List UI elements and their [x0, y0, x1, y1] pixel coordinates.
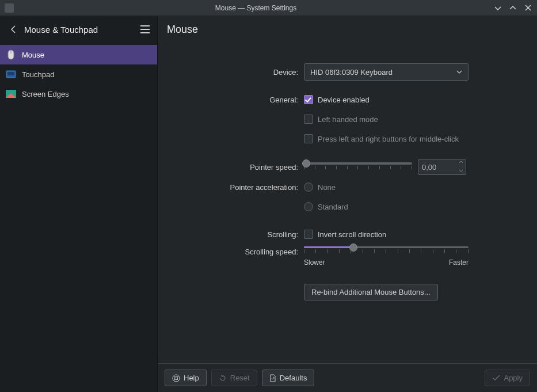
accel-none-label: None — [318, 183, 336, 192]
invert-scroll-label: Invert scroll direction — [318, 230, 386, 239]
screen-edges-icon — [6, 89, 16, 99]
main-header: Mouse — [158, 16, 537, 43]
chevron-down-icon — [456, 70, 462, 74]
hamburger-button[interactable] — [140, 25, 150, 33]
pointer-accel-label: Pointer acceleration: — [169, 183, 304, 192]
svg-point-5 — [173, 375, 180, 382]
defaults-label: Defaults — [280, 374, 307, 382]
scrolling-speed-slider[interactable]: Slower Faster — [304, 246, 469, 267]
maximize-icon[interactable] — [508, 3, 517, 13]
titlebar: Mouse — System Settings — [0, 0, 537, 16]
faster-label: Faster — [449, 258, 469, 267]
sidebar-list: Mouse Touchpad Screen Edges — [0, 43, 157, 392]
check-icon — [492, 375, 500, 381]
svg-point-6 — [175, 376, 178, 379]
defaults-button[interactable]: Defaults — [262, 370, 315, 386]
touchpad-icon — [6, 69, 16, 79]
apply-button: Apply — [485, 370, 530, 386]
footer: Help Reset Defaults Apply — [158, 363, 537, 392]
rebind-buttons-button[interactable]: Re-bind Additional Mouse Buttons... — [304, 284, 438, 300]
sidebar-item-touchpad[interactable]: Touchpad — [0, 64, 157, 84]
window-controls — [493, 3, 532, 13]
rebind-label: Re-bind Additional Mouse Buttons... — [311, 288, 431, 296]
svg-rect-3 — [7, 72, 14, 75]
scrolling-label: Scrolling: — [169, 230, 304, 239]
left-handed-label: Left handed mode — [318, 115, 378, 124]
help-icon — [172, 374, 180, 382]
sidebar: Mouse & Touchpad Mouse Touchpad Screen E… — [0, 16, 158, 392]
apply-label: Apply — [504, 374, 523, 382]
reset-button: Reset — [211, 370, 257, 386]
left-handed-checkbox[interactable] — [304, 115, 313, 124]
device-select-value: HID 06f3:0309 Keyboard — [310, 68, 393, 77]
back-button[interactable] — [7, 22, 21, 36]
accel-standard-label: Standard — [318, 203, 348, 211]
main-panel: Mouse Device: HID 06f3:0309 Keyboard Gen… — [158, 16, 537, 392]
invert-scroll-checkbox[interactable] — [304, 230, 313, 239]
pointer-speed-label: Pointer speed: — [169, 163, 304, 172]
reset-label: Reset — [230, 374, 250, 382]
minimize-icon[interactable] — [493, 3, 502, 13]
pointer-speed-spinbox[interactable]: 0,00 — [418, 159, 466, 175]
sidebar-header: Mouse & Touchpad — [0, 16, 157, 43]
pointer-speed-slider[interactable] — [304, 159, 412, 170]
settings-form: Device: HID 06f3:0309 Keyboard General: … — [158, 43, 537, 363]
device-label: Device: — [169, 68, 304, 77]
device-enabled-label: Device enabled — [318, 96, 370, 104]
device-enabled-checkbox[interactable] — [304, 95, 313, 104]
mouse-icon — [6, 50, 16, 60]
slider-thumb[interactable] — [302, 159, 310, 168]
window-title: Mouse — System Settings — [18, 4, 493, 12]
sidebar-title: Mouse & Touchpad — [24, 25, 140, 35]
device-select[interactable]: HID 06f3:0309 Keyboard — [304, 63, 469, 81]
slower-label: Slower — [304, 258, 325, 267]
accel-standard-radio[interactable] — [304, 202, 313, 211]
close-icon[interactable] — [523, 3, 532, 13]
accel-none-radio[interactable] — [304, 182, 313, 192]
spin-arrows[interactable] — [459, 161, 463, 172]
page-title: Mouse — [167, 24, 198, 36]
middle-click-checkbox[interactable] — [304, 134, 313, 143]
sidebar-item-label: Mouse — [22, 51, 44, 59]
app-icon — [5, 3, 14, 13]
sidebar-item-label: Touchpad — [22, 70, 54, 79]
sidebar-item-label: Screen Edges — [22, 90, 69, 98]
help-button[interactable]: Help — [165, 370, 207, 386]
sidebar-item-mouse[interactable]: Mouse — [0, 45, 157, 64]
middle-click-label: Press left and right buttons for middle-… — [318, 135, 459, 143]
pointer-speed-value: 0,00 — [422, 163, 436, 172]
help-label: Help — [184, 374, 199, 382]
general-label: General: — [169, 96, 304, 104]
scrolling-speed-label: Scrolling speed: — [169, 246, 304, 256]
defaults-icon — [269, 374, 276, 382]
sidebar-item-screen-edges[interactable]: Screen Edges — [0, 84, 157, 104]
reset-icon — [219, 374, 227, 382]
